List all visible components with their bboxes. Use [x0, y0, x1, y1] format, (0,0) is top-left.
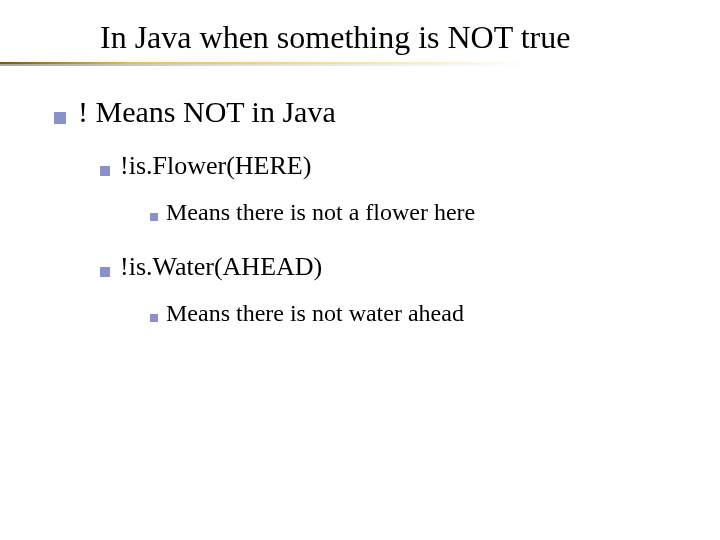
bullet-text: Means there is not water ahead: [166, 300, 464, 327]
bullet-text: Means there is not a flower here: [166, 199, 475, 226]
square-bullet-icon: [150, 213, 158, 221]
square-bullet-icon: [150, 314, 158, 322]
bullet-text: ! Means NOT in Java: [78, 95, 336, 129]
title-underline: [0, 62, 720, 66]
bullet-level-1: !is.Water(AHEAD): [100, 252, 680, 282]
bullet-level-2: Means there is not water ahead: [150, 300, 680, 327]
bullet-level-0: ! Means NOT in Java: [54, 95, 680, 129]
bullet-text: !is.Water(AHEAD): [120, 252, 322, 282]
bullet-text: !is.Flower(HERE): [120, 151, 311, 181]
square-bullet-icon: [54, 112, 66, 124]
slide-title: In Java when something is NOT true: [100, 20, 570, 55]
bullet-level-2: Means there is not a flower here: [150, 199, 680, 226]
square-bullet-icon: [100, 267, 110, 277]
slide: In Java when something is NOT true ! Mea…: [0, 0, 720, 540]
square-bullet-icon: [100, 166, 110, 176]
bullet-level-1: !is.Flower(HERE): [100, 151, 680, 181]
slide-body: ! Means NOT in Java !is.Flower(HERE) Mea…: [54, 95, 680, 353]
